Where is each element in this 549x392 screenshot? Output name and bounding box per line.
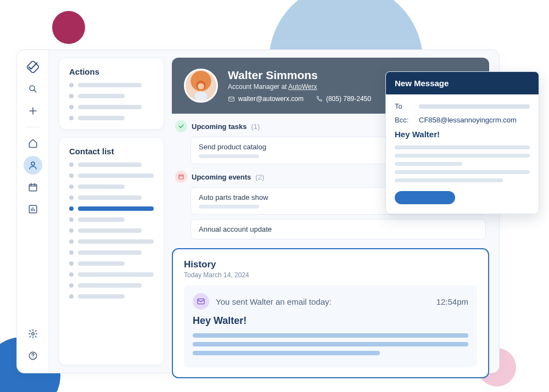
reports-icon[interactable] xyxy=(24,200,42,219)
avatar xyxy=(184,69,218,103)
action-item[interactable] xyxy=(69,105,154,109)
event-item[interactable]: Annual account update xyxy=(191,219,486,239)
history-entry-time: 12:54pm xyxy=(436,297,468,306)
action-item[interactable] xyxy=(69,94,154,98)
sidebar xyxy=(17,50,49,373)
contact-item[interactable] xyxy=(69,163,154,167)
help-icon[interactable] xyxy=(24,346,42,365)
svg-point-2 xyxy=(31,162,35,165)
events-label: Upcoming events xyxy=(192,173,251,181)
contact-item[interactable] xyxy=(69,173,154,178)
svg-rect-10 xyxy=(229,97,234,101)
left-column: Actions Contact list xyxy=(59,58,164,365)
new-message-title: New Message xyxy=(386,72,539,94)
contact-email[interactable]: walter@autowerx.com xyxy=(228,95,304,103)
contact-item[interactable] xyxy=(69,217,154,222)
contact-item[interactable] xyxy=(69,261,154,266)
history-date: Today March 14, 2024 xyxy=(184,271,477,279)
events-count: (2) xyxy=(255,173,264,181)
contact-item[interactable] xyxy=(69,184,154,189)
action-item[interactable] xyxy=(69,116,154,120)
contact-item[interactable] xyxy=(69,283,154,288)
send-button[interactable] xyxy=(395,191,455,204)
home-icon[interactable] xyxy=(24,134,42,153)
svg-point-8 xyxy=(198,83,204,89)
svg-point-5 xyxy=(31,333,34,335)
to-input[interactable] xyxy=(419,104,530,109)
history-entry-text: You sent Walter an email today: xyxy=(216,297,332,306)
svg-rect-11 xyxy=(179,175,183,180)
bcc-label: Bcc: xyxy=(395,116,413,124)
contact-item[interactable] xyxy=(69,228,154,233)
contact-list-title: Contact list xyxy=(69,147,154,156)
contacts-icon[interactable] xyxy=(24,156,42,175)
to-label: To xyxy=(395,102,413,110)
sidebar-divider xyxy=(25,127,41,127)
history-panel: History Today March 14, 2024 You sent Wa… xyxy=(172,248,489,378)
svg-point-1 xyxy=(30,86,35,91)
history-entry-subject: Hey Walter! xyxy=(193,315,468,327)
bcc-value[interactable]: CF858@lessannoyingcrm.com xyxy=(419,116,517,124)
contact-item[interactable] xyxy=(69,239,154,244)
contact-item[interactable] xyxy=(69,195,154,200)
contact-role: Account Manager at AutoWerx xyxy=(228,83,371,91)
svg-rect-9 xyxy=(195,92,208,101)
contact-item[interactable] xyxy=(69,272,154,277)
tasks-label: Upcoming tasks xyxy=(192,122,247,131)
settings-icon[interactable] xyxy=(24,324,42,343)
contact-phone[interactable]: (805) 789-2450 xyxy=(316,95,371,103)
logo-icon[interactable] xyxy=(24,58,42,76)
search-icon[interactable] xyxy=(24,80,42,98)
contact-item[interactable] xyxy=(69,250,154,255)
actions-title: Actions xyxy=(69,67,154,76)
check-circle-icon xyxy=(175,120,187,132)
actions-panel: Actions xyxy=(59,58,164,130)
history-title: History xyxy=(184,259,477,270)
history-entry[interactable]: You sent Walter an email today: 12:54pm … xyxy=(184,285,477,367)
contact-name: Walter Simmons xyxy=(228,69,371,82)
mail-icon xyxy=(193,293,209,310)
action-item[interactable] xyxy=(69,83,154,87)
contact-list-panel: Contact list xyxy=(59,137,164,365)
calendar-icon[interactable] xyxy=(24,178,42,197)
svg-rect-3 xyxy=(29,184,37,191)
add-icon[interactable] xyxy=(24,102,42,120)
calendar-small-icon xyxy=(175,171,187,183)
new-message-panel: New Message To Bcc: CF858@lessannoyingcr… xyxy=(385,71,539,214)
message-body[interactable] xyxy=(395,145,530,182)
contact-item[interactable] xyxy=(69,294,154,299)
decorative-circle xyxy=(52,11,85,44)
company-link[interactable]: AutoWerx xyxy=(288,83,317,91)
tasks-count: (1) xyxy=(251,122,260,131)
message-greeting: Hey Walter! xyxy=(395,130,530,139)
contact-item-active[interactable] xyxy=(69,206,154,211)
